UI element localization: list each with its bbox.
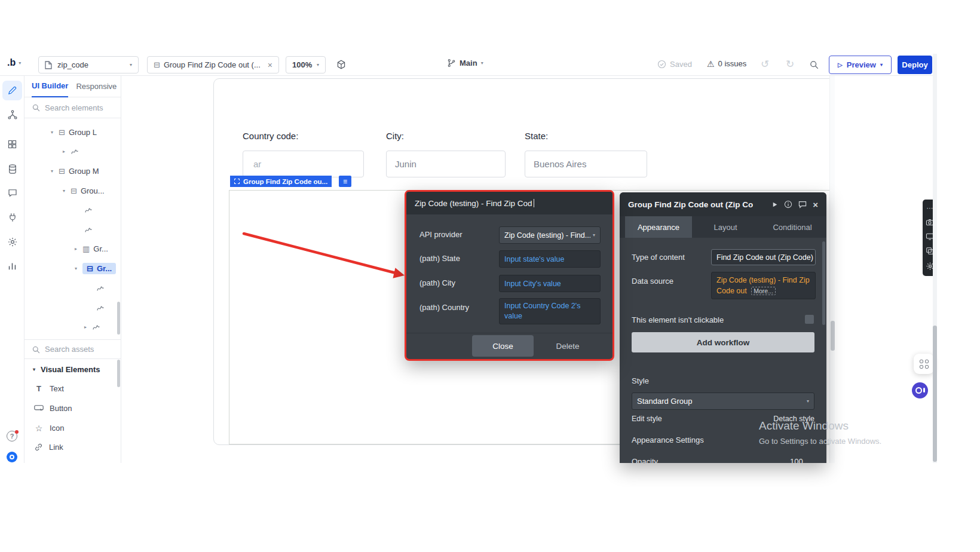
caret-down-icon[interactable]: ▾ bbox=[63, 188, 71, 194]
tab-conditional[interactable]: Conditional bbox=[759, 216, 826, 238]
tree-item[interactable]: ▸ ▥ Gr... bbox=[24, 239, 118, 259]
search-elements[interactable] bbox=[24, 97, 121, 118]
zoom-selector[interactable]: 100% ▾ bbox=[286, 56, 326, 73]
api-provider-dropdown[interactable]: Zip Code (testing) - Find... ▾ bbox=[499, 226, 601, 244]
redo-icon[interactable]: ↻ bbox=[786, 58, 794, 70]
deploy-button[interactable]: Deploy bbox=[898, 56, 932, 74]
palette-item-button[interactable]: Button bbox=[24, 398, 121, 418]
city-input[interactable] bbox=[386, 151, 506, 177]
input-element-icon bbox=[71, 148, 79, 155]
bubble-logo[interactable]: .b ▾ bbox=[7, 57, 21, 68]
info-icon[interactable] bbox=[784, 200, 792, 208]
canvas-scrollbar-thumb[interactable] bbox=[831, 321, 835, 351]
more-chip[interactable]: More... bbox=[751, 287, 776, 295]
panel-tabs: UI Builder Responsive bbox=[24, 76, 121, 97]
inspector-title-bar[interactable]: Group Find Zip Code out (Zip Co × bbox=[620, 192, 826, 216]
style-dropdown[interactable]: Standard Group ▾ bbox=[632, 392, 814, 410]
text-cursor bbox=[534, 199, 535, 207]
delete-button[interactable]: Delete bbox=[547, 335, 589, 357]
app-name: zip_code bbox=[57, 60, 88, 69]
tree-item[interactable] bbox=[24, 278, 118, 298]
workflow-tab-icon[interactable] bbox=[5, 107, 20, 122]
path-city-input[interactable]: Input City's value bbox=[499, 275, 601, 292]
palette-item-icon[interactable]: ☆ Icon bbox=[24, 418, 121, 438]
type-of-content-value: Find Zip Code out (Zip Code) bbox=[716, 253, 813, 262]
app-selector[interactable]: zip_code ▾ bbox=[38, 56, 139, 73]
state-input[interactable] bbox=[525, 151, 647, 177]
popup-title-bar[interactable]: Zip Code (testing) - Find Zip Cod bbox=[406, 192, 612, 214]
caret-right-icon[interactable]: ▸ bbox=[84, 324, 92, 330]
dynamic-expression: Input state's value bbox=[504, 255, 564, 263]
comment-icon[interactable] bbox=[798, 201, 807, 208]
apps-grid-button[interactable] bbox=[914, 354, 934, 374]
assistant-bubble-icon[interactable] bbox=[7, 452, 17, 462]
tree-item[interactable] bbox=[24, 200, 118, 220]
tree-item[interactable] bbox=[24, 298, 118, 318]
undo-icon[interactable]: ↺ bbox=[761, 58, 769, 70]
design-tab-icon[interactable] bbox=[2, 81, 22, 100]
caret-down-icon[interactable]: ▾ bbox=[33, 367, 41, 372]
chat-tab-icon[interactable] bbox=[5, 185, 20, 200]
branch-selector[interactable]: Main ▾ bbox=[447, 59, 483, 68]
tab-appearance[interactable]: Appearance bbox=[625, 216, 692, 238]
tree-item[interactable]: ▾ ⊟ Group L bbox=[24, 122, 118, 142]
search-assets[interactable] bbox=[24, 339, 121, 359]
close-tab-icon[interactable]: × bbox=[268, 60, 272, 70]
caret-down-icon[interactable]: ▾ bbox=[51, 130, 59, 135]
activate-windows-watermark: Activate Windows bbox=[759, 419, 849, 433]
tab-layout[interactable]: Layout bbox=[692, 216, 759, 238]
more-options-icon[interactable]: ⋯ bbox=[927, 205, 933, 211]
tree-item[interactable]: ▾ ⊟ Grou... bbox=[24, 181, 118, 201]
browser-scrollbar[interactable] bbox=[933, 54, 937, 463]
search-icon bbox=[32, 103, 40, 112]
palette-item-text[interactable]: T Text bbox=[24, 379, 121, 398]
caret-down-icon[interactable]: ▾ bbox=[51, 168, 59, 174]
tree-item[interactable]: ▸ bbox=[24, 317, 118, 337]
clickable-checkbox[interactable] bbox=[805, 315, 814, 324]
caret-down-icon[interactable]: ▾ bbox=[75, 266, 82, 271]
tab-responsive[interactable]: Responsive bbox=[76, 82, 117, 91]
search-icon[interactable] bbox=[809, 60, 819, 72]
tree-item[interactable]: ▸ bbox=[24, 142, 118, 161]
data-source-input[interactable]: Zip Code (testing) - Find Zip Code out M… bbox=[711, 272, 816, 299]
edit-style-link[interactable]: Edit style bbox=[632, 415, 662, 423]
close-icon[interactable]: × bbox=[813, 200, 818, 209]
layout-grid-icon[interactable] bbox=[5, 137, 20, 152]
data-source-badge-icon[interactable]: ≡ bbox=[339, 176, 351, 187]
component-library-icon[interactable] bbox=[336, 59, 347, 72]
element-tab[interactable]: ⊟ Group Find Zip Code out (... × bbox=[147, 56, 279, 73]
palette-item-link[interactable]: Link bbox=[24, 437, 121, 457]
selected-element-badge[interactable]: Group Find Zip Code ou... bbox=[230, 176, 332, 187]
settings-tab-icon[interactable] bbox=[5, 234, 20, 249]
inspector-scrollbar-thumb[interactable] bbox=[822, 241, 825, 325]
tree-scrollbar-thumb[interactable] bbox=[117, 302, 120, 335]
close-button[interactable]: Close bbox=[472, 335, 534, 357]
path-state-input[interactable]: Input state's value bbox=[499, 250, 601, 268]
assets-scrollbar-thumb[interactable] bbox=[117, 360, 120, 387]
preview-button[interactable]: ▷ Preview ▾ bbox=[829, 56, 892, 74]
help-icon[interactable]: ? bbox=[7, 431, 17, 441]
tree-item[interactable]: ▾ ⊟ Group M bbox=[24, 161, 118, 181]
browser-scrollbar-thumb[interactable] bbox=[933, 326, 937, 462]
search-assets-input[interactable] bbox=[45, 345, 109, 354]
tab-ui-builder[interactable]: UI Builder bbox=[32, 76, 68, 97]
path-country-input[interactable]: Input Country Code 2's value bbox=[499, 298, 601, 324]
data-tab-icon[interactable] bbox=[5, 161, 20, 176]
inspector-title: Group Find Zip Code out (Zip Co bbox=[628, 200, 753, 209]
plugins-tab-icon[interactable] bbox=[5, 210, 20, 225]
add-workflow-button[interactable]: Add workflow bbox=[632, 332, 814, 352]
visual-elements-header[interactable]: ▾ Visual Elements bbox=[24, 360, 118, 379]
tree-item-selected[interactable]: ▾ ⊟ Gr... bbox=[24, 259, 118, 278]
type-of-content-input[interactable]: Find Zip Code out (Zip Code) bbox=[711, 249, 816, 265]
canvas-scrollbar[interactable] bbox=[829, 76, 835, 463]
logs-tab-icon[interactable] bbox=[5, 259, 20, 274]
search-elements-input[interactable] bbox=[45, 103, 109, 112]
tree-item[interactable] bbox=[24, 220, 118, 240]
issues-indicator[interactable]: ⚠ 0 issues bbox=[707, 59, 746, 68]
palette-item-label: Button bbox=[50, 404, 72, 413]
ai-assistant-button[interactable] bbox=[912, 382, 928, 398]
run-icon[interactable] bbox=[771, 201, 778, 208]
country-code-input[interactable] bbox=[243, 151, 364, 177]
caret-right-icon[interactable]: ▸ bbox=[75, 246, 82, 252]
caret-right-icon[interactable]: ▸ bbox=[63, 149, 71, 154]
